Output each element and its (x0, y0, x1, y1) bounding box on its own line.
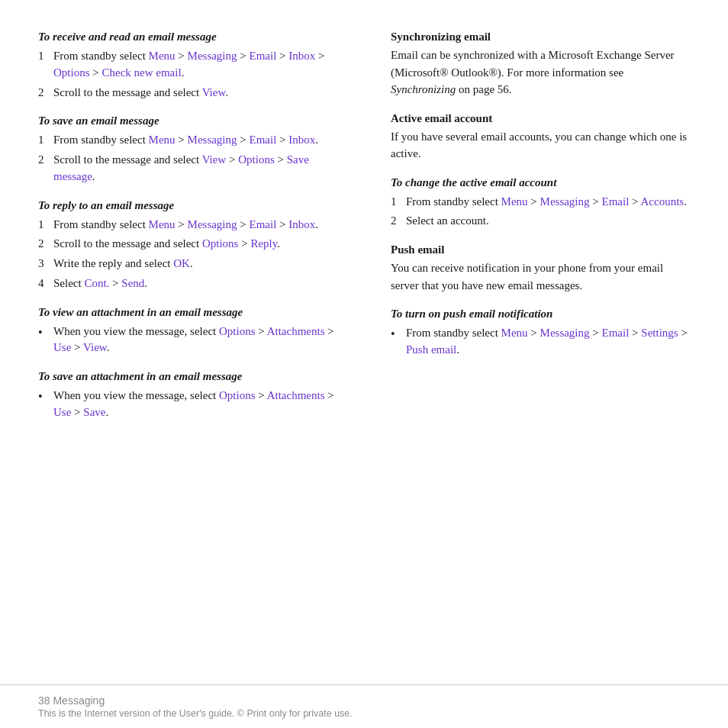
list-item: 1 From standby select Menu > Messaging >… (38, 217, 337, 234)
list-item-text: From standby select Menu > Messaging > E… (53, 132, 318, 149)
list-item-text: From standby select Menu > Messaging > E… (406, 194, 687, 211)
link-email[interactable]: Email (602, 327, 630, 339)
section-save-attachment: To save an attachment in an email messag… (38, 370, 337, 421)
list-num: 1 (38, 48, 49, 82)
link-inbox[interactable]: Inbox (288, 50, 315, 62)
list-item: 2 Scroll to the message and select View. (38, 85, 337, 101)
link-view[interactable]: View (202, 153, 227, 166)
link-use[interactable]: Use (53, 406, 71, 418)
link-push-email[interactable]: Push email (406, 343, 456, 356)
list-item-text: From standby select Menu > Messaging > E… (53, 217, 318, 234)
link-messaging[interactable]: Messaging (188, 50, 237, 62)
list-item-text: Scroll to the message and select View > … (53, 152, 337, 185)
link-options[interactable]: Options (219, 389, 256, 401)
link-attachments[interactable]: Attachments (267, 389, 325, 401)
list-item: • When you view the message, select Opti… (38, 388, 337, 421)
link-ok[interactable]: OK (173, 257, 190, 269)
link-email[interactable]: Email (250, 50, 277, 62)
link-messaging[interactable]: Messaging (540, 327, 590, 339)
page: To receive and read an email message 1 F… (0, 0, 728, 728)
link-email[interactable]: Email (250, 218, 277, 230)
list-item: 2 Scroll to the message and select View … (38, 152, 337, 185)
list-num: 2 (38, 85, 49, 101)
link-inbox[interactable]: Inbox (288, 218, 315, 230)
link-messaging[interactable]: Messaging (540, 195, 590, 208)
section-reply-email: To reply to an email message 1 From stan… (38, 199, 337, 292)
list-item: 2 Select an account. (391, 213, 690, 230)
list-num: 1 (38, 132, 49, 149)
list-num: 1 (38, 217, 49, 234)
link-menu[interactable]: Menu (501, 195, 528, 208)
section-save-attachment-title: To save an attachment in an email messag… (38, 370, 337, 383)
link-options[interactable]: Options (238, 153, 275, 166)
save-email-list: 1 From standby select Menu > Messaging >… (38, 132, 337, 185)
left-column: To receive and read an email message 1 F… (38, 31, 353, 654)
section-push-email-title: Push email (391, 243, 690, 256)
list-item-text: Select an account. (406, 213, 489, 230)
reply-email-list: 1 From standby select Menu > Messaging >… (38, 217, 337, 292)
section-active-account-para: If you have several email accounts, you … (391, 128, 690, 163)
link-messaging[interactable]: Messaging (188, 218, 237, 230)
section-view-attachment-title: To view an attachment in an email messag… (38, 306, 337, 319)
bullet-icon: • (391, 325, 401, 359)
list-item-text: Write the reply and select OK. (53, 256, 193, 272)
view-attachment-list: • When you view the message, select Opti… (38, 324, 337, 357)
list-item-text: From standby select Menu > Messaging > E… (406, 325, 690, 359)
link-view[interactable]: View (83, 341, 107, 353)
link-options[interactable]: Options (202, 237, 239, 250)
change-account-list: 1 From standby select Menu > Messaging >… (391, 194, 690, 230)
list-item: 1 From standby select Menu > Messaging >… (38, 48, 337, 82)
link-reply[interactable]: Reply (250, 237, 277, 250)
list-num: 2 (38, 152, 49, 185)
section-active-account: Active email account If you have several… (391, 112, 690, 163)
link-accounts[interactable]: Accounts (640, 195, 684, 208)
list-num: 4 (38, 275, 49, 292)
link-menu[interactable]: Menu (149, 50, 176, 62)
link-check-new-email[interactable]: Check new email (101, 66, 181, 79)
link-settings[interactable]: Settings (641, 327, 678, 339)
list-item: • When you view the message, select Opti… (38, 324, 337, 357)
link-attachments[interactable]: Attachments (267, 325, 325, 337)
bullet-icon: • (38, 324, 49, 357)
list-item-text: When you view the message, select Option… (53, 388, 337, 421)
link-menu[interactable]: Menu (149, 218, 176, 230)
save-attachment-list: • When you view the message, select Opti… (38, 388, 337, 421)
link-email[interactable]: Email (602, 195, 630, 208)
link-menu[interactable]: Menu (501, 327, 528, 339)
section-push-notification: To turn on push email notification • Fro… (391, 308, 690, 359)
link-cont[interactable]: Cont. (84, 277, 109, 289)
section-active-account-title: Active email account (391, 112, 690, 125)
link-save[interactable]: Save (83, 406, 105, 418)
link-inbox[interactable]: Inbox (288, 134, 315, 146)
list-item-text: Scroll to the message and select Options… (53, 236, 280, 253)
section-change-account-title: To change the active email account (391, 176, 690, 189)
link-messaging[interactable]: Messaging (188, 134, 237, 146)
content-area: To receive and read an email message 1 F… (0, 0, 728, 685)
list-item-text: Select Cont. > Send. (53, 275, 147, 292)
footer-page-number: 38 Messaging (38, 694, 690, 707)
footer-note: This is the Internet version of the User… (38, 708, 690, 719)
list-item: 2 Scroll to the message and select Optio… (38, 236, 337, 253)
link-options[interactable]: Options (219, 325, 256, 337)
list-num: 3 (38, 256, 49, 272)
link-use[interactable]: Use (53, 341, 71, 353)
link-menu[interactable]: Menu (149, 134, 176, 146)
section-sync-email-para: Email can be synchronized with a Microso… (391, 47, 690, 98)
section-push-email: Push email You can receive notification … (391, 243, 690, 294)
list-item-text: When you view the message, select Option… (53, 324, 337, 357)
list-item-text: Scroll to the message and select View. (53, 85, 228, 101)
section-save-email-title: To save an email message (38, 114, 337, 127)
section-sync-email: Synchronizing email Email can be synchro… (391, 31, 690, 98)
push-notification-list: • From standby select Menu > Messaging >… (391, 325, 690, 359)
section-push-email-para: You can receive notification in your pho… (391, 259, 690, 294)
link-view[interactable]: View (202, 86, 226, 98)
section-sync-email-title: Synchronizing email (391, 31, 690, 43)
link-send[interactable]: Send (121, 277, 144, 289)
section-receive-read: To receive and read an email message 1 F… (38, 31, 337, 101)
right-column: Synchronizing email Email can be synchro… (375, 31, 690, 654)
list-item-text: From standby select Menu > Messaging > E… (53, 48, 337, 82)
list-item: 1 From standby select Menu > Messaging >… (391, 194, 690, 211)
bullet-icon: • (38, 388, 49, 421)
link-options[interactable]: Options (53, 66, 90, 79)
link-email[interactable]: Email (250, 134, 277, 146)
